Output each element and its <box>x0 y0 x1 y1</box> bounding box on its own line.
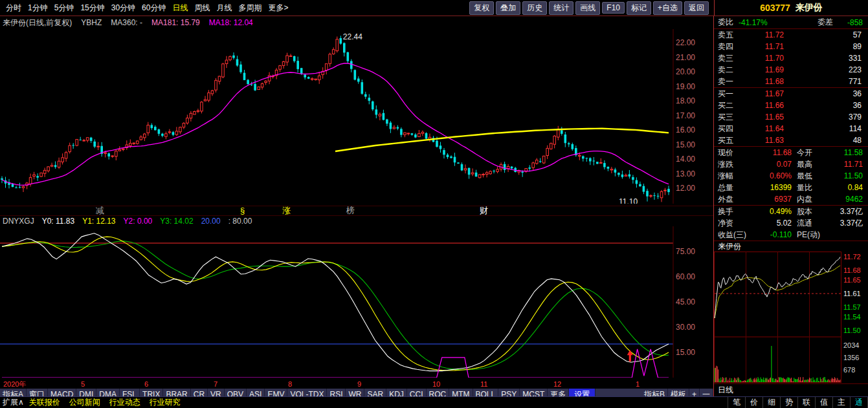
stat-label: PE(动) <box>792 230 827 241</box>
level-volume: 36 <box>784 101 868 110</box>
toolbar-button[interactable]: 标记 <box>627 1 651 15</box>
stat-value: 6937 <box>754 195 792 204</box>
weibi-label: 委比 <box>714 17 733 28</box>
footer-tab[interactable]: 笔 <box>728 397 745 408</box>
date-label: 9 <box>357 380 361 389</box>
toolbar-button[interactable]: +自选 <box>653 1 682 15</box>
period-item[interactable]: 分时 <box>3 3 25 14</box>
footer-tab[interactable]: 细 <box>762 397 780 408</box>
stats-row: 外盘6937内盘9462 <box>714 193 868 205</box>
level-price: 11.64 <box>744 124 784 133</box>
bid-row[interactable]: 买一11.6736 <box>714 88 868 100</box>
main-chart-svg[interactable]: 22.0021.0020.0019.0018.0017.0016.0015.00… <box>0 29 713 204</box>
ask-row[interactable]: 卖五11.7257 <box>714 29 868 41</box>
quote-panel: 委比-41.17%委差-858 卖五11.7257卖四11.7189卖三11.7… <box>713 16 868 396</box>
level-label: 卖三 <box>714 53 744 64</box>
toolbar-button[interactable]: 叠加 <box>496 1 520 15</box>
level-label: 买二 <box>714 100 744 111</box>
mini-period-label[interactable]: 日线 <box>718 385 733 394</box>
footer-tab[interactable]: 势 <box>780 397 797 408</box>
level-price: 11.65 <box>744 113 784 122</box>
svg-text:20.00: 20.00 <box>676 67 695 76</box>
toolbar-button[interactable]: 返回 <box>684 1 709 15</box>
footer-tab[interactable]: 联 <box>797 397 815 408</box>
bid-row[interactable]: 买二11.6636 <box>714 100 868 111</box>
footer-link[interactable]: 行业动态 <box>109 397 140 408</box>
period-item[interactable]: 周线 <box>191 3 213 14</box>
toolbar-button[interactable]: F10 <box>602 2 625 14</box>
chart-area: 来伊份(日线,前复权)YBHZMA360: -MA181: 15.79MA18:… <box>0 16 713 396</box>
date-label: 12 <box>553 380 561 389</box>
period-item[interactable]: 日线 <box>169 3 191 14</box>
toolbar-button[interactable]: 复权 <box>469 1 494 15</box>
tdx-app: 分时1分钟5分钟15分钟30分钟60分钟日线周线月线多周期更多> 复权叠加历史统… <box>0 0 868 408</box>
toolbar-button[interactable]: 统计 <box>549 1 573 15</box>
footer-tab[interactable]: 主 <box>832 397 850 408</box>
svg-text:2034: 2034 <box>843 341 859 349</box>
weicha-label: 委差 <box>814 17 833 28</box>
bid-row[interactable]: 买五11.6348 <box>714 134 868 146</box>
footer-link[interactable]: 公司新闻 <box>69 397 100 408</box>
ask-row[interactable]: 卖三11.70331 <box>714 52 868 64</box>
period-item[interactable]: 30分钟 <box>108 3 139 14</box>
stat-value: 11.71 <box>827 160 868 169</box>
toolbar-button[interactable]: 历史 <box>522 1 547 15</box>
footer-link[interactable]: 行业研究 <box>150 397 181 408</box>
chart-header-item: MA360: - <box>111 18 142 27</box>
stat-label: 收益(三) <box>714 230 754 241</box>
ticker-char: 榜 <box>346 206 355 216</box>
svg-text:15.00: 15.00 <box>676 140 695 149</box>
news-ticker[interactable]: 减§涨榜财 <box>0 206 713 216</box>
svg-text:16.00: 16.00 <box>676 125 695 134</box>
indicator-header-item: Y3: 14.02 <box>160 217 193 226</box>
svg-text:12.00: 12.00 <box>676 184 695 193</box>
level-volume: 223 <box>784 65 868 74</box>
stat-value: 5.02 <box>754 219 792 228</box>
svg-text:15.00: 15.00 <box>676 348 695 357</box>
indicator-chart-svg[interactable]: 75.0060.0045.0030.0015.00 <box>0 226 713 378</box>
ask-row[interactable]: 卖四11.7189 <box>714 41 868 52</box>
indicator-header-item: Y2: 0.00 <box>124 217 153 226</box>
stats-row: 换手0.49%股本3.37亿 <box>714 206 868 217</box>
svg-text:1356: 1356 <box>843 354 859 361</box>
svg-text:18.00: 18.00 <box>676 96 695 105</box>
svg-text:11.50: 11.50 <box>843 327 861 334</box>
ticker-char: 涨 <box>282 206 291 216</box>
svg-text:22.44: 22.44 <box>343 32 362 41</box>
stats-block: 现价11.68今开11.58涨跌0.07最高11.71涨幅0.60%最低11.5… <box>714 147 868 206</box>
period-item[interactable]: 更多> <box>265 3 291 14</box>
period-item[interactable]: 60分钟 <box>139 3 169 14</box>
period-item[interactable]: 1分钟 <box>25 3 51 14</box>
footer-tab[interactable]: 通 <box>850 397 868 408</box>
footer-tab[interactable]: 值 <box>815 397 832 408</box>
stats-row: 现价11.68今开11.58 <box>714 147 868 158</box>
ask-row[interactable]: 卖二11.69223 <box>714 64 868 76</box>
stat-label: 股本 <box>792 206 827 217</box>
level-price: 11.69 <box>744 65 784 74</box>
indicator-header-item: Y0: 11.83 <box>42 217 74 226</box>
stat-value: 9462 <box>827 195 868 204</box>
svg-text:22.00: 22.00 <box>676 38 695 47</box>
indicator-header-item: Y1: 12.13 <box>82 217 115 226</box>
expand-toggle[interactable]: 扩展∧ <box>0 397 29 408</box>
period-item[interactable]: 5分钟 <box>51 3 78 14</box>
ask-row[interactable]: 卖一11.68771 <box>714 76 868 87</box>
bid-row[interactable]: 买三11.65379 <box>714 111 868 123</box>
bid-row[interactable]: 买四11.64114 <box>714 123 868 134</box>
indicator-header-item: DNYXGJ <box>3 217 34 226</box>
svg-text:11.68: 11.68 <box>843 266 861 274</box>
stat-label: 总量 <box>714 182 754 193</box>
level-label: 买五 <box>714 135 744 146</box>
period-item[interactable]: 多周期 <box>235 3 265 14</box>
ticker-char: 减 <box>96 206 104 216</box>
svg-text:30.00: 30.00 <box>676 323 695 332</box>
period-item[interactable]: 月线 <box>213 3 235 14</box>
svg-text:11.61: 11.61 <box>843 290 861 297</box>
period-item[interactable]: 15分钟 <box>77 3 107 14</box>
toolbar-button[interactable]: 画线 <box>575 1 600 15</box>
mini-chart-svg[interactable]: 11.7211.6811.6511.6111.5711.5411.5020341… <box>714 252 868 383</box>
footer-tab[interactable]: 价 <box>745 397 762 408</box>
footer-link[interactable]: 关联报价 <box>29 397 60 408</box>
level-label: 买四 <box>714 123 744 134</box>
chart-header-item: MA18: 12.04 <box>209 18 253 27</box>
